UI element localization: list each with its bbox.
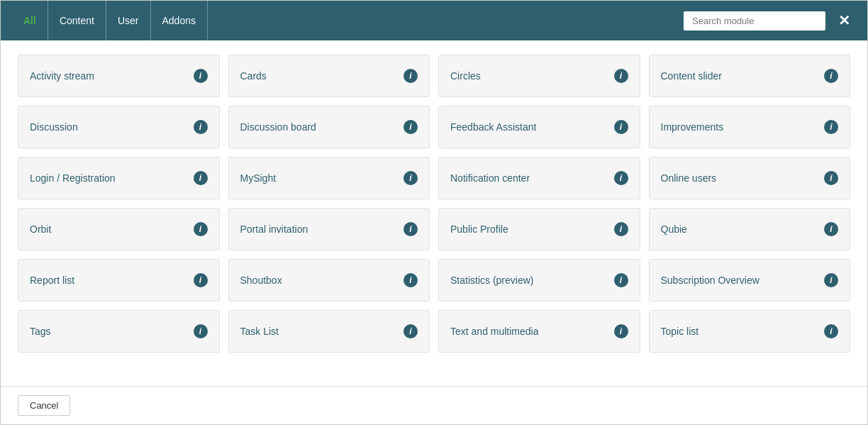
info-icon[interactable]: i [404, 222, 418, 236]
info-icon[interactable]: i [404, 69, 418, 83]
module-card-content-slider[interactable]: Content slideri [649, 55, 851, 97]
module-card-shoutbox[interactable]: Shoutboxi [228, 259, 430, 302]
module-card-mysight[interactable]: MySighti [228, 157, 430, 199]
info-icon[interactable]: i [824, 222, 838, 236]
info-icon[interactable]: i [824, 324, 838, 338]
tab-all[interactable]: All [12, 1, 48, 40]
module-picker-modal: AllContentUserAddons ✕ Activity streamiC… [0, 0, 868, 425]
module-card-online-users[interactable]: Online usersi [649, 157, 851, 199]
search-input[interactable] [684, 11, 825, 31]
module-card-discussion-board[interactable]: Discussion boardi [228, 106, 430, 148]
module-card-qubie[interactable]: Qubiei [649, 208, 851, 250]
info-icon[interactable]: i [194, 171, 208, 185]
info-icon[interactable]: i [824, 273, 838, 287]
info-icon[interactable]: i [404, 273, 418, 287]
module-name: MySight [240, 172, 277, 184]
module-card-circles[interactable]: Circlesi [438, 55, 640, 97]
module-card-cards[interactable]: Cardsi [228, 55, 430, 97]
info-icon[interactable]: i [614, 69, 628, 83]
module-card-login--registration[interactable]: Login / Registrationi [18, 157, 220, 199]
module-name: Portal invitation [240, 223, 308, 235]
module-name: Content slider [661, 70, 722, 82]
module-card-improvements[interactable]: Improvementsi [649, 106, 851, 148]
module-name: Activity stream [30, 70, 94, 82]
module-name: Orbit [30, 223, 51, 235]
modules-grid: Activity streamiCardsiCirclesiContent sl… [18, 55, 850, 353]
module-name: Qubie [661, 223, 687, 235]
module-name: Notification center [450, 172, 530, 184]
module-name: Cards [240, 70, 267, 82]
info-icon[interactable]: i [614, 324, 628, 338]
module-card-report-list[interactable]: Report listi [18, 259, 220, 302]
module-card-activity-stream[interactable]: Activity streami [18, 55, 220, 97]
info-icon[interactable]: i [824, 171, 838, 185]
close-button[interactable]: ✕ [833, 9, 856, 32]
info-icon[interactable]: i [614, 120, 628, 134]
module-card-tags[interactable]: Tagsi [18, 310, 220, 353]
module-card-notification-center[interactable]: Notification centeri [438, 157, 640, 199]
module-card-discussion[interactable]: Discussioni [18, 106, 220, 148]
module-name: Shoutbox [240, 275, 282, 286]
module-name: Report list [30, 275, 74, 286]
module-name: Task List [240, 326, 279, 337]
module-name: Statistics (preview) [450, 275, 533, 286]
module-name: Public Profile [450, 223, 508, 235]
tab-addons[interactable]: Addons [151, 1, 208, 40]
module-name: Discussion [30, 121, 78, 133]
module-card-task-list[interactable]: Task Listi [228, 310, 430, 353]
info-icon[interactable]: i [194, 69, 208, 83]
info-icon[interactable]: i [404, 324, 418, 338]
cancel-button[interactable]: Cancel [18, 395, 70, 416]
module-name: Tags [30, 326, 51, 337]
module-name: Discussion board [240, 121, 316, 133]
search-area: ✕ [684, 9, 856, 32]
module-name: Text and multimedia [450, 326, 539, 337]
module-name: Subscription Overview [661, 275, 760, 286]
info-icon[interactable]: i [614, 273, 628, 287]
tab-user[interactable]: User [106, 1, 151, 40]
module-card-subscription-overview[interactable]: Subscription Overviewi [649, 259, 851, 302]
module-name: Circles [450, 70, 481, 82]
module-card-statistics-preview[interactable]: Statistics (preview)i [438, 259, 640, 302]
module-name: Improvements [661, 121, 724, 133]
module-card-public-profile[interactable]: Public Profilei [438, 208, 640, 250]
module-card-topic-list[interactable]: Topic listi [649, 310, 851, 353]
info-icon[interactable]: i [824, 69, 838, 83]
info-icon[interactable]: i [404, 171, 418, 185]
filter-tabs: AllContentUserAddons [12, 1, 684, 40]
modules-grid-area: Activity streamiCardsiCirclesiContent sl… [1, 40, 867, 386]
modal-footer: Cancel [1, 386, 867, 424]
info-icon[interactable]: i [194, 222, 208, 236]
module-card-orbit[interactable]: Orbiti [18, 208, 220, 250]
info-icon[interactable]: i [194, 273, 208, 287]
module-card-text-and-multimedia[interactable]: Text and multimediai [438, 310, 640, 353]
info-icon[interactable]: i [614, 171, 628, 185]
module-card-feedback-assistant[interactable]: Feedback Assistanti [438, 106, 640, 148]
tab-content[interactable]: Content [48, 1, 106, 40]
info-icon[interactable]: i [614, 222, 628, 236]
module-name: Login / Registration [30, 172, 116, 184]
module-name: Feedback Assistant [450, 121, 536, 133]
info-icon[interactable]: i [194, 324, 208, 338]
info-icon[interactable]: i [404, 120, 418, 134]
info-icon[interactable]: i [194, 120, 208, 134]
module-name: Topic list [661, 326, 699, 337]
info-icon[interactable]: i [824, 120, 838, 134]
module-name: Online users [661, 172, 717, 184]
module-card-portal-invitation[interactable]: Portal invitationi [228, 208, 430, 250]
modal-header: AllContentUserAddons ✕ [1, 1, 867, 40]
